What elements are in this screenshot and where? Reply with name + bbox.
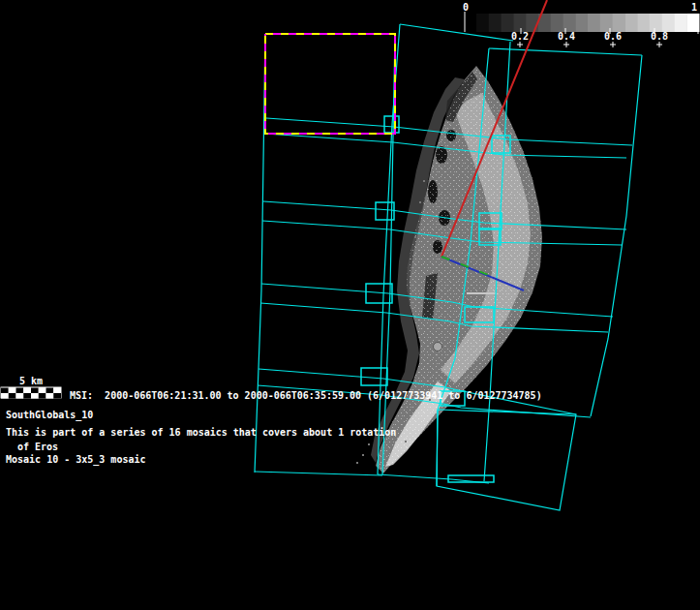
colorbar-max-label: 1 [691,2,697,13]
colorbar-step [575,14,588,32]
mosaic-footprint-line [489,48,642,55]
colorbar-label-plus-marks [517,42,662,47]
colorbar-step [513,14,526,32]
mosaic-footprint-line [437,410,576,510]
colorbar-tick-label-08: 0.8 [651,31,668,42]
colorbar-step [650,14,662,32]
description-line-1: This is part of a series of 16 mosaics t… [6,427,396,438]
description-line-2: of Eros [17,442,58,452]
scale-bar-cell [31,393,39,399]
current-frame-dash-magenta [265,34,395,134]
eros-surface-dot [434,343,442,351]
scale-bar-cell [39,393,46,399]
colorbar-step [489,14,502,32]
scale-bar-cell [16,393,24,399]
mosaic-planner-canvas: 0 1 0.2 0.4 0.6 0.8 5 km MSI: 2000-066T0… [0,0,700,610]
current-frame-dash-yellow [265,34,395,134]
current-frame-dashed-outline [265,34,395,134]
colorbar-step [551,14,563,32]
scale-bar-cell [9,393,16,399]
scale-bar-checkerboard [1,388,61,399]
mosaic-footprint-line [591,55,642,416]
scale-bar-cell [9,388,16,394]
scale-bar-cell [23,388,31,394]
scale-bar-cell [46,388,54,394]
colorbar-step [613,14,625,32]
scale-bar-cell [53,388,61,394]
colorbar-step [600,14,613,32]
scale-bar-cell [23,393,31,399]
colorbar-tick-label-04: 0.4 [558,31,575,42]
colorbar-tick-label-06: 0.6 [604,31,622,42]
sequence-name: SouthGlobals_10 [6,410,93,421]
scale-bar-cell [53,393,61,399]
scale-bar-cell [16,388,24,394]
status-line: MSI: 2000-066T06:21:31.00 to 2000-066T06… [70,390,542,401]
colorbar-step [662,14,675,32]
scale-bar-cell [1,388,9,394]
colorbar: 0 1 0.2 0.4 0.6 0.8 [463,2,700,47]
status-text-block: MSI: 2000-066T06:21:31.00 to 2000-066T06… [6,390,542,466]
colorbar-step [502,14,514,32]
colorbar-step [476,14,489,32]
mosaic-footprint-line [255,34,265,473]
scale-bar-cell [39,388,46,394]
colorbar-step [588,14,600,32]
eros-bright-streak [467,292,496,294]
mosaic-footprint-line [255,472,382,475]
colorbar-step [637,14,650,32]
scale-bar: 5 km [1,376,62,399]
mosaic-line: Mosaic 10 - 3x5_3 mosaic [6,454,146,466]
scale-bar-cell [31,388,39,394]
colorbar-gradient [476,14,700,32]
scale-bar-label: 5 km [19,376,43,386]
colorbar-min-label: 0 [463,2,469,13]
mosaic-planner-screen: 0 1 0.2 0.4 0.6 0.8 5 km MSI: 2000-066T0… [0,0,700,610]
scale-bar-cell [46,393,54,399]
colorbar-step [624,14,637,32]
colorbar-step [563,14,575,32]
colorbar-step [674,14,686,32]
colorbar-tick-label-02: 0.2 [511,31,529,42]
scale-bar-cell [1,393,9,399]
